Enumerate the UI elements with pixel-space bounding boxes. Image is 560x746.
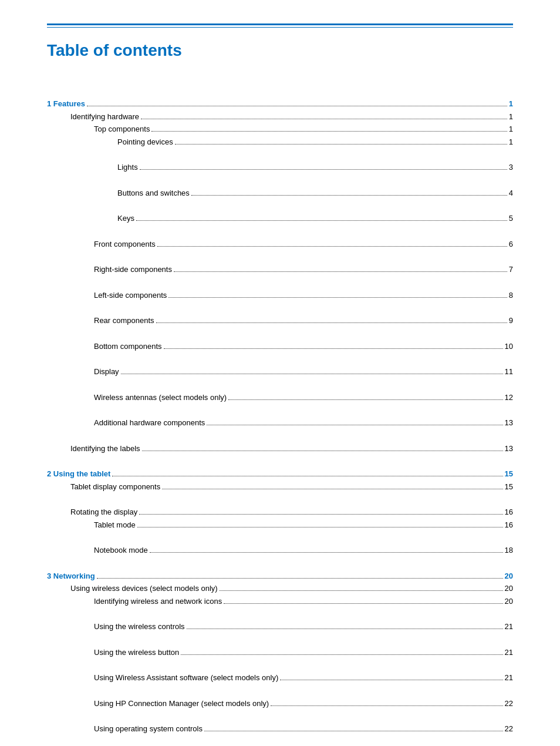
toc-entry[interactable]: Bottom components10 bbox=[47, 341, 513, 352]
toc-section: Buttons and switches4 bbox=[47, 187, 513, 199]
toc-dots bbox=[97, 578, 503, 579]
toc-section: Rotating the display16Tablet mode16Noteb… bbox=[47, 506, 513, 556]
toc-section: Tablet mode16 bbox=[47, 519, 513, 531]
toc-entry[interactable]: Front components6 bbox=[47, 238, 513, 250]
toc-entry[interactable]: Identifying the labels13 bbox=[47, 443, 513, 455]
toc-entry-text: Right-side components bbox=[94, 264, 172, 275]
toc-entry-text: Identifying hardware bbox=[70, 111, 139, 123]
toc-entry[interactable]: Top components1 bbox=[47, 123, 513, 135]
toc-entry-text: Keys bbox=[117, 213, 134, 224]
toc-entry[interactable]: Left-side components8 bbox=[47, 290, 513, 301]
toc-entry[interactable]: Pointing devices1 bbox=[47, 136, 513, 148]
toc-dots bbox=[175, 144, 507, 145]
toc-entry-text: 3 Networking bbox=[47, 570, 95, 582]
toc-section: 1 Features1Identifying hardware1Top comp… bbox=[47, 98, 513, 454]
toc-section: Identifying hardware1Top components1Poin… bbox=[47, 111, 513, 429]
toc-section: Using the wireless button21 bbox=[47, 647, 513, 658]
toc-entry[interactable]: Lights3 bbox=[47, 162, 513, 173]
toc-entry-text: Top components bbox=[94, 123, 150, 135]
toc-entry[interactable]: Using HP Connection Manager (select mode… bbox=[47, 698, 513, 710]
toc-page-number: 16 bbox=[505, 519, 513, 531]
toc-dots bbox=[228, 399, 502, 400]
toc-entry[interactable]: Buttons and switches4 bbox=[47, 187, 513, 199]
toc-section: Using the wireless controls21 bbox=[47, 621, 513, 633]
toc-entry-text: Using operating system controls bbox=[94, 723, 203, 735]
toc-dots bbox=[121, 374, 503, 374]
toc-dots bbox=[174, 271, 507, 272]
toc-dots bbox=[139, 514, 502, 515]
toc-entry[interactable]: Using the wireless button21 bbox=[47, 647, 513, 658]
toc-dots bbox=[191, 195, 507, 196]
toc-dots bbox=[151, 131, 507, 132]
toc-entry-text: Identifying wireless and network icons bbox=[94, 596, 222, 607]
toc-page-number: 1 bbox=[509, 111, 513, 123]
toc-page-number: 21 bbox=[505, 672, 513, 684]
toc-entry-text: 2 Using the tablet bbox=[47, 468, 110, 480]
toc-entry-text: 1 Features bbox=[47, 98, 85, 110]
toc-entry-text: Notebook mode bbox=[94, 545, 148, 556]
toc-page-number: 22 bbox=[505, 698, 513, 710]
toc-entry[interactable]: Right-side components7 bbox=[47, 264, 513, 275]
toc-section: Tablet display components15 bbox=[47, 481, 513, 493]
toc-entry[interactable]: Wireless antennas (select models only)12 bbox=[47, 392, 513, 404]
toc-entry[interactable]: 2 Using the tablet15 bbox=[47, 468, 513, 480]
toc-page-number: 20 bbox=[505, 596, 513, 607]
toc-page-number: 5 bbox=[509, 213, 513, 224]
top-rule bbox=[47, 23, 513, 25]
toc-page-number: 22 bbox=[505, 723, 513, 735]
toc-entry[interactable]: Rotating the display16 bbox=[47, 506, 513, 518]
toc-entry-text: Buttons and switches bbox=[117, 187, 190, 199]
toc-section: Right-side components7 bbox=[47, 264, 513, 275]
toc-section: Bottom components10 bbox=[47, 341, 513, 352]
toc-dots bbox=[280, 680, 502, 680]
toc-entry[interactable]: Tablet display components15 bbox=[47, 481, 513, 493]
toc-dots bbox=[157, 246, 507, 247]
toc-page-number: 20 bbox=[505, 570, 513, 582]
toc-entry[interactable]: 3 Networking20 bbox=[47, 570, 513, 582]
toc-section: Pointing devices1 bbox=[47, 136, 513, 148]
toc-entry-text: Display bbox=[94, 366, 119, 378]
toc-page-number: 16 bbox=[505, 506, 513, 518]
toc-entry-text: Tablet display components bbox=[70, 481, 160, 493]
toc-section: Notebook mode18 bbox=[47, 545, 513, 556]
toc-dots bbox=[141, 119, 507, 119]
toc-page-number: 21 bbox=[505, 647, 513, 658]
toc-dots bbox=[112, 476, 502, 476]
toc-section: Rear components9 bbox=[47, 315, 513, 327]
toc-entry-text: Additional hardware components bbox=[94, 417, 205, 429]
toc-dots bbox=[156, 322, 507, 323]
toc-entry-text: Left-side components bbox=[94, 290, 167, 301]
toc-entry-text: Bottom components bbox=[94, 341, 162, 352]
toc-entry[interactable]: Rear components9 bbox=[47, 315, 513, 327]
toc-entry[interactable]: 1 Features1 bbox=[47, 98, 513, 110]
toc-entry[interactable]: Using the wireless controls21 bbox=[47, 621, 513, 633]
toc-page-number: 6 bbox=[509, 238, 513, 250]
toc-dots bbox=[150, 552, 503, 553]
toc-page-number: 13 bbox=[505, 417, 513, 429]
toc-entry-text: Using wireless devices (select models on… bbox=[70, 583, 218, 594]
toc-entry-text: Rear components bbox=[94, 315, 154, 327]
toc-entry-text: Lights bbox=[117, 162, 138, 173]
toc-section: 2 Using the tablet15Tablet display compo… bbox=[47, 468, 513, 556]
toc-page-number: 7 bbox=[509, 264, 513, 275]
toc-entry[interactable]: Using wireless devices (select models on… bbox=[47, 583, 513, 594]
toc-entry[interactable]: Keys5 bbox=[47, 213, 513, 224]
toc-page-number: 15 bbox=[505, 468, 513, 480]
toc-entry-text: Rotating the display bbox=[70, 506, 137, 518]
toc-entry[interactable]: Tablet mode16 bbox=[47, 519, 513, 531]
toc-entry[interactable]: Using Wireless Assistant software (selec… bbox=[47, 672, 513, 684]
toc-entry[interactable]: Identifying hardware1 bbox=[47, 111, 513, 123]
toc-entry-text: Using Wireless Assistant software (selec… bbox=[94, 672, 278, 684]
toc-entry[interactable]: Identifying wireless and network icons20 bbox=[47, 596, 513, 607]
toc-section: Identifying the labels13 bbox=[47, 443, 513, 455]
toc-entry[interactable]: Notebook mode18 bbox=[47, 545, 513, 556]
toc-dots bbox=[164, 348, 503, 349]
toc-entry[interactable]: Additional hardware components13 bbox=[47, 417, 513, 429]
toc-page-number: 15 bbox=[505, 481, 513, 493]
toc-page-number: 9 bbox=[509, 315, 513, 327]
toc-dots bbox=[220, 590, 503, 591]
toc-page-number: 1 bbox=[509, 123, 513, 135]
toc-entry[interactable]: Display11 bbox=[47, 366, 513, 378]
toc-entry[interactable]: Using operating system controls22 bbox=[47, 723, 513, 735]
toc-entry-text: Identifying the labels bbox=[70, 443, 140, 455]
